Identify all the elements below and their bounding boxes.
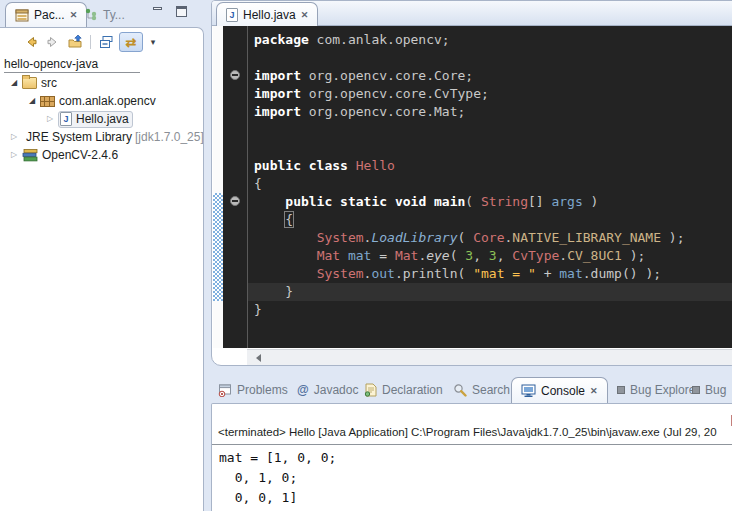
- fold-gutter[interactable]: [223, 26, 247, 348]
- annotation-ruler[interactable]: [213, 26, 223, 348]
- tab-javadoc[interactable]: @ Javadoc: [297, 380, 358, 400]
- code-line[interactable]: [254, 139, 732, 157]
- code-line[interactable]: {: [254, 211, 732, 229]
- minimize-icon: [153, 7, 162, 10]
- back-arrow-icon: [23, 34, 39, 50]
- expander-collapsed-icon[interactable]: ▷: [42, 111, 58, 127]
- explorer-toolbar: ⇄ ▾: [0, 30, 203, 54]
- bottom-tab-row: Problems @ Javadoc Declaration Search: [211, 375, 732, 403]
- tab-label: Ty...: [103, 8, 125, 22]
- view-menu-button[interactable]: ▾: [147, 34, 159, 50]
- problems-icon: [218, 384, 232, 397]
- project-root-label: hello-opencv-java: [4, 57, 140, 73]
- up-button[interactable]: [66, 34, 84, 50]
- code-line[interactable]: [254, 121, 732, 139]
- editor-body: package com.anlak.opencv; import org.ope…: [213, 26, 732, 348]
- range-indicator: [213, 193, 223, 301]
- code-line[interactable]: {: [254, 175, 732, 193]
- horizontal-scrollbar[interactable]: [247, 349, 732, 365]
- code-line[interactable]: [254, 49, 732, 67]
- collapse-all-button[interactable]: [97, 34, 115, 50]
- tree-item-jre-library[interactable]: ▷ JRE System Library [jdk1.7.0_25]: [0, 128, 203, 146]
- code-area[interactable]: package com.anlak.opencv; import org.ope…: [247, 26, 732, 348]
- close-icon[interactable]: ✕: [590, 386, 598, 396]
- code-line[interactable]: }: [248, 283, 732, 301]
- type-hierarchy-icon: [85, 8, 98, 21]
- package-explorer-panel: Pac... ✕ Ty...: [0, 0, 205, 511]
- forward-button[interactable]: [44, 34, 62, 50]
- tab-label: Pac...: [34, 8, 65, 22]
- link-with-editor-icon: ⇄: [126, 36, 137, 49]
- up-folder-icon: [67, 34, 84, 50]
- console-line[interactable]: mat = [1, 0, 0;: [219, 448, 732, 468]
- console-line[interactable]: 0, 1, 0;: [219, 468, 732, 488]
- fold-collapse-icon[interactable]: [230, 70, 240, 80]
- code-line[interactable]: import org.opencv.core.Core;: [254, 67, 732, 85]
- editor-tab-bar: J Hello.java ✕: [212, 1, 732, 26]
- java-file-icon: J: [226, 8, 238, 22]
- forward-arrow-icon: [45, 34, 61, 50]
- tree-item-hello-java[interactable]: ▷ J Hello.java: [0, 110, 203, 128]
- selected-item-highlight: J Hello.java: [58, 111, 133, 128]
- source-folder-icon: [22, 77, 37, 89]
- expander-expanded-icon[interactable]: ◢: [6, 75, 22, 91]
- console-icon: [521, 384, 536, 398]
- tab-hello-java-editor[interactable]: J Hello.java ✕: [216, 2, 318, 26]
- code-line[interactable]: }: [254, 301, 732, 319]
- tab-console[interactable]: Console ✕: [511, 377, 608, 403]
- bottom-view-panel: Problems @ Javadoc Declaration Search: [211, 375, 732, 511]
- bug-explorer-icon: [617, 386, 625, 394]
- maximize-button[interactable]: [176, 6, 189, 18]
- tree-item-package[interactable]: ◢ com.anlak.opencv: [0, 92, 203, 110]
- console-title-separator: [212, 444, 732, 445]
- tree-item-project-root[interactable]: hello-opencv-java: [0, 56, 203, 74]
- code-line[interactable]: System.LoadLibrary( Core.NATIVE_LIBRARY_…: [254, 229, 732, 247]
- expander-expanded-icon[interactable]: ◢: [24, 93, 40, 109]
- tab-search[interactable]: Search: [453, 380, 510, 400]
- close-icon[interactable]: ✕: [301, 10, 309, 20]
- project-tree: hello-opencv-java ◢ src ◢ com.anlak.open…: [0, 56, 203, 164]
- scroll-left-arrow-icon[interactable]: [252, 354, 261, 362]
- java-file-icon: J: [60, 112, 72, 126]
- code-line[interactable]: package com.anlak.opencv;: [254, 31, 732, 49]
- library-icon: [22, 149, 38, 162]
- code-line[interactable]: import org.opencv.core.Mat;: [254, 103, 732, 121]
- tree-item-src[interactable]: ◢ src: [0, 74, 203, 92]
- jre-version-suffix: [jdk1.7.0_25]: [135, 130, 204, 144]
- package-explorer-icon: [15, 9, 29, 22]
- expander-collapsed-icon[interactable]: ▷: [6, 147, 22, 163]
- console-line[interactable]: 0, 0, 1]: [219, 488, 732, 508]
- toolbar-separator: [90, 35, 91, 49]
- tab-problems[interactable]: Problems: [218, 380, 288, 400]
- tab-package-explorer[interactable]: Pac... ✕: [5, 2, 87, 27]
- tab-type-hierarchy[interactable]: Ty...: [76, 2, 134, 27]
- editor-area: J Hello.java ✕ package com.anlak.opencv;…: [211, 0, 732, 366]
- tab-declaration[interactable]: Declaration: [364, 380, 443, 400]
- tab-bug-explorer[interactable]: Bug Explorer: [617, 380, 699, 400]
- view-menu-icon: ▾: [151, 37, 156, 47]
- console-title: <terminated> Hello [Java Application] C:…: [218, 426, 732, 438]
- bug-icon: [692, 386, 700, 394]
- link-with-editor-button[interactable]: ⇄: [119, 32, 143, 52]
- javadoc-icon: @: [297, 383, 309, 397]
- explorer-body: ⇄ ▾ hello-opencv-java ◢ src ◢ com.anlak.…: [0, 27, 204, 511]
- code-line[interactable]: public static void main( String[] args ): [254, 193, 732, 211]
- package-icon: [40, 96, 55, 107]
- back-button[interactable]: [22, 34, 40, 50]
- code-line[interactable]: Mat mat = Mat.eye( 3, 3, CvType.CV_8UC1 …: [254, 247, 732, 265]
- declaration-icon: [364, 383, 377, 397]
- code-line[interactable]: public class Hello: [254, 157, 732, 175]
- minimize-button[interactable]: [152, 6, 165, 18]
- editor-tab-label: Hello.java: [243, 8, 296, 22]
- console-output[interactable]: mat = [1, 0, 0; 0, 1, 0; 0, 0, 1]: [219, 448, 732, 508]
- code-line[interactable]: System.out.println( "mat = " + mat.dump(…: [254, 265, 732, 283]
- maximize-icon: [176, 6, 187, 17]
- code-line[interactable]: import org.opencv.core.CvType;: [254, 85, 732, 103]
- collapse-all-icon: [98, 34, 114, 50]
- expander-collapsed-icon[interactable]: ▷: [6, 129, 22, 145]
- tree-item-opencv-library[interactable]: ▷ OpenCV-2.4.6: [0, 146, 203, 164]
- search-icon: [453, 383, 467, 397]
- explorer-tab-row: Pac... ✕ Ty...: [0, 0, 205, 27]
- tab-bug[interactable]: Bug: [692, 380, 726, 400]
- fold-collapse-icon[interactable]: [230, 196, 240, 206]
